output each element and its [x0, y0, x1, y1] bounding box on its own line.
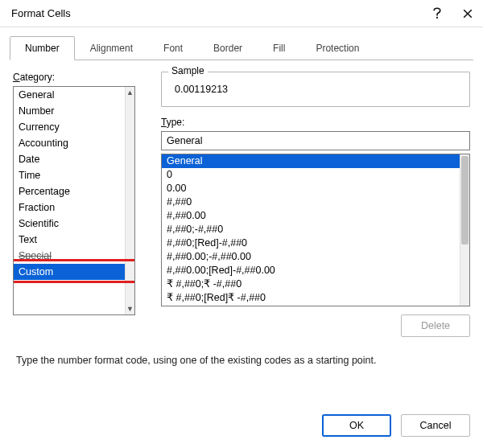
- scroll-thumb[interactable]: [461, 156, 469, 245]
- ok-button[interactable]: OK: [322, 414, 391, 437]
- category-item[interactable]: Custom: [14, 264, 125, 280]
- type-option[interactable]: #,##0;-#,##0: [162, 223, 460, 236]
- tab-number[interactable]: Number: [10, 36, 75, 60]
- type-option[interactable]: #,##0.00;[Red]-#,##0.00: [162, 264, 460, 277]
- cancel-button[interactable]: Cancel: [401, 414, 470, 437]
- type-option[interactable]: #,##0.00: [162, 209, 460, 223]
- category-item[interactable]: Text: [14, 232, 125, 248]
- tab-font[interactable]: Font: [148, 36, 198, 60]
- close-icon[interactable]: [462, 8, 473, 19]
- number-panel: Category: GeneralNumberCurrencyAccountin…: [0, 60, 483, 366]
- category-item[interactable]: Accounting: [14, 135, 125, 151]
- category-item[interactable]: Fraction: [14, 199, 125, 216]
- type-option[interactable]: ₹ #,##0;[Red]₹ -#,##0: [162, 291, 460, 305]
- scroll-down-icon[interactable]: ▼: [126, 303, 134, 314]
- help-icon[interactable]: [431, 8, 443, 19]
- type-option[interactable]: 0.00: [162, 182, 460, 195]
- category-listbox[interactable]: GeneralNumberCurrencyAccountingDateTimeP…: [13, 86, 135, 315]
- category-label: Category:: [13, 72, 148, 83]
- type-option[interactable]: #,##0: [162, 195, 460, 209]
- sample-value: 0.00119213: [170, 80, 461, 95]
- scroll-up-icon[interactable]: ▲: [126, 87, 134, 98]
- sample-box: Sample 0.00119213: [161, 72, 470, 107]
- category-item[interactable]: Time: [14, 167, 125, 183]
- type-label: Type:: [161, 117, 470, 128]
- category-item[interactable]: Scientific: [14, 216, 125, 232]
- tab-border[interactable]: Border: [198, 36, 258, 60]
- scrollbar[interactable]: ▲ ▼: [125, 87, 134, 314]
- sample-label: Sample: [168, 65, 208, 76]
- tab-fill[interactable]: Fill: [258, 36, 300, 60]
- type-option[interactable]: ₹ #,##0;₹ -#,##0: [162, 277, 460, 291]
- category-item[interactable]: Number: [14, 103, 125, 119]
- window-title: Format Cells: [11, 7, 71, 19]
- type-option[interactable]: #,##0.00;-#,##0.00: [162, 250, 460, 264]
- category-item[interactable]: Currency: [14, 119, 125, 135]
- type-option[interactable]: #,##0;[Red]-#,##0: [162, 236, 460, 250]
- tabs: NumberAlignmentFontBorderFillProtection: [0, 27, 483, 60]
- dialog-footer: OK Cancel: [322, 414, 470, 437]
- type-option[interactable]: 0: [162, 168, 460, 182]
- category-item[interactable]: Date: [14, 151, 125, 167]
- type-listbox[interactable]: General00.00#,##0#,##0.00#,##0;-#,##0#,#…: [161, 154, 470, 306]
- type-option[interactable]: ₹ #,##0.00;₹ -#,##0.00: [162, 305, 460, 306]
- titlebar: Format Cells: [0, 0, 483, 27]
- svg-point-0: [436, 17, 438, 18]
- scrollbar[interactable]: [460, 154, 469, 306]
- tab-protection[interactable]: Protection: [300, 36, 374, 60]
- delete-button[interactable]: Delete: [401, 314, 470, 337]
- type-input[interactable]: [161, 131, 470, 150]
- category-item[interactable]: Special: [14, 248, 125, 264]
- tab-alignment[interactable]: Alignment: [75, 36, 148, 60]
- category-item[interactable]: Percentage: [14, 183, 125, 199]
- type-option[interactable]: General: [162, 154, 460, 168]
- category-item[interactable]: General: [14, 87, 125, 103]
- hint-text: Type the number format code, using one o…: [16, 355, 467, 366]
